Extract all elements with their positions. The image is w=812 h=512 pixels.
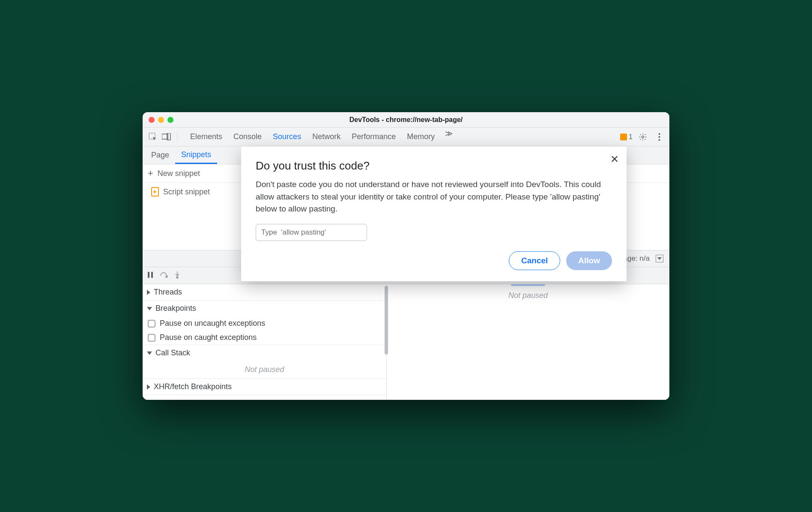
tab-network[interactable]: Network — [311, 129, 341, 145]
coverage-dropdown-icon[interactable] — [656, 255, 663, 262]
warning-icon — [620, 134, 627, 140]
devtools-window: DevTools - chrome://new-tab-page/ Elemen… — [143, 112, 669, 400]
pause-caught-row[interactable]: Pause on caught exceptions — [143, 330, 386, 345]
minimize-window-button[interactable] — [158, 117, 164, 123]
snippet-label: Script snippet — [163, 188, 210, 196]
breakpoints-label: Breakpoints — [155, 304, 196, 313]
chevron-right-icon — [147, 290, 150, 295]
threads-label: Threads — [154, 288, 182, 297]
allow-button[interactable]: Allow — [566, 251, 612, 270]
plus-icon: + — [148, 168, 153, 179]
toolbar-right: 1 — [620, 131, 665, 143]
close-icon[interactable]: ✕ — [610, 153, 619, 165]
tab-elements[interactable]: Elements — [189, 129, 223, 145]
xhr-breakpoints-section[interactable]: XHR/fetch Breakpoints — [143, 379, 386, 395]
svg-point-10 — [176, 277, 178, 278]
titlebar: DevTools - chrome://new-tab-page/ — [143, 112, 669, 128]
svg-rect-8 — [151, 272, 153, 278]
threads-section[interactable]: Threads — [143, 284, 386, 300]
step-over-icon[interactable] — [160, 271, 168, 280]
svg-point-3 — [642, 136, 644, 138]
warning-count: 1 — [629, 133, 633, 141]
warnings-badge[interactable]: 1 — [620, 133, 633, 141]
new-snippet-label: New snippet — [158, 169, 200, 178]
svg-point-6 — [658, 139, 660, 141]
gear-icon[interactable] — [637, 131, 649, 143]
subtab-page[interactable]: Page — [145, 146, 175, 164]
checkbox-icon[interactable] — [148, 334, 155, 342]
kebab-menu-icon[interactable] — [653, 131, 665, 143]
dialog-actions: Cancel Allow — [256, 251, 612, 270]
subtab-snippets[interactable]: Snippets — [175, 146, 217, 164]
inspect-element-icon[interactable] — [147, 131, 159, 143]
allow-pasting-input[interactable] — [256, 224, 367, 241]
trust-code-dialog: ✕ Do you trust this code? Don't paste co… — [241, 146, 627, 281]
call-stack-status: Not paused — [143, 361, 386, 378]
chevron-down-icon — [147, 307, 152, 310]
close-window-button[interactable] — [149, 117, 155, 123]
tab-console[interactable]: Console — [233, 129, 263, 145]
svg-rect-7 — [148, 272, 149, 278]
step-into-icon[interactable] — [174, 271, 180, 280]
dialog-title: Do you trust this code? — [256, 159, 612, 173]
snippet-file-icon — [151, 187, 159, 196]
window-controls — [149, 117, 173, 123]
panel-tabs: Elements Console Sources Network Perform… — [189, 129, 618, 145]
main-tabstrip: Elements Console Sources Network Perform… — [143, 128, 669, 146]
tab-performance[interactable]: Performance — [351, 129, 397, 145]
cancel-button[interactable]: Cancel — [509, 251, 560, 270]
chevron-right-icon — [147, 384, 150, 390]
svg-point-9 — [166, 276, 167, 277]
maximize-window-button[interactable] — [167, 117, 173, 123]
dialog-body: Don't paste code you do not understand o… — [256, 179, 612, 215]
pause-icon[interactable] — [147, 271, 154, 280]
debugger-panes: Threads Breakpoints Pause on uncaught ex… — [143, 284, 669, 400]
pause-uncaught-row[interactable]: Pause on uncaught exceptions — [143, 316, 386, 330]
call-stack-label: Call Stack — [155, 348, 190, 357]
call-stack-section[interactable]: Call Stack — [143, 345, 386, 361]
pause-uncaught-label: Pause on uncaught exceptions — [160, 319, 265, 328]
separator — [177, 132, 177, 142]
pause-caught-label: Pause on caught exceptions — [160, 333, 257, 342]
xhr-label: XHR/fetch Breakpoints — [154, 382, 232, 391]
svg-point-4 — [658, 133, 660, 135]
not-paused-label: Not paused — [508, 291, 548, 300]
tab-memory[interactable]: Memory — [406, 129, 436, 145]
tab-sources[interactable]: Sources — [272, 129, 302, 145]
checkbox-icon[interactable] — [148, 320, 155, 327]
chevron-down-icon — [147, 351, 152, 355]
device-toolbar-icon[interactable] — [161, 131, 173, 143]
debugger-right-pane: Not paused — [387, 284, 669, 400]
breakpoints-section[interactable]: Breakpoints — [143, 301, 386, 316]
more-tabs-icon[interactable]: >> — [445, 129, 450, 145]
window-title: DevTools - chrome://new-tab-page/ — [143, 116, 669, 124]
svg-point-5 — [658, 136, 660, 138]
debugger-left-pane: Threads Breakpoints Pause on uncaught ex… — [143, 284, 387, 400]
